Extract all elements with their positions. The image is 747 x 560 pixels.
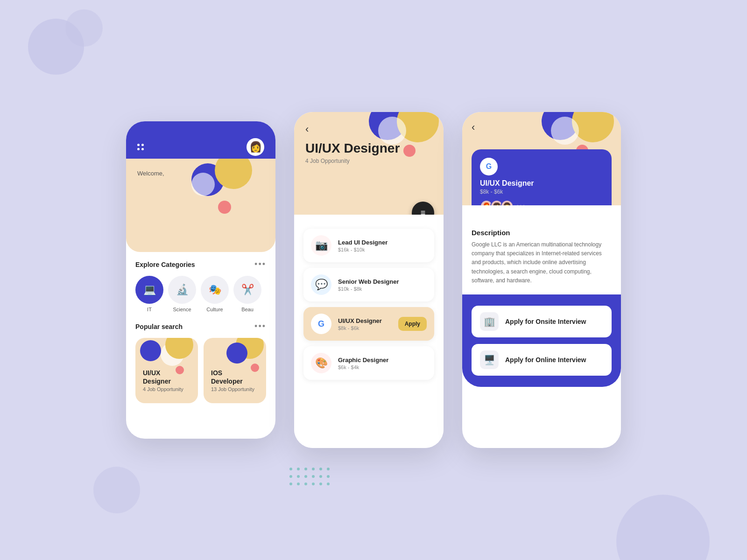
popular-card-ios[interactable]: IOSDeveloper 13 Job Opportunity (204, 338, 266, 403)
cat-icon-culture: 🎭 (201, 276, 229, 304)
category-science[interactable]: 🔬 Science (168, 276, 196, 312)
popular-grid: UI/UXDesigner 4 Job Opportunity IOSDevel… (135, 338, 266, 403)
job-icon-skype: 💬 (311, 274, 331, 295)
google-g: G (486, 162, 492, 171)
phone1: 👩 Welcome, Find your dream Job! Explore … (126, 121, 275, 439)
dots-decoration (289, 468, 330, 485)
cat-icon-beauty: ✂️ (233, 276, 261, 304)
cat-icon-it: 💻 (135, 276, 163, 304)
job-salary-1: $16k - $10k (338, 247, 427, 252)
job-title-2: Senior Web Designer (338, 278, 427, 285)
phone2-subtitle: 4 Job Opportunity (305, 158, 432, 164)
job-icon-google: G (311, 314, 331, 334)
job-salary-4: $6k - $4k (338, 364, 427, 370)
description-title: Description (472, 229, 612, 237)
phone3-job-card: G UI/UX Designer $8k - $6k 👩‍🦰 👩 👩‍🦱 ••• (472, 149, 612, 205)
job-salary-3: $8k - $6k (338, 325, 392, 331)
job-info-senior-web: Senior Web Designer $10k - $8k (338, 278, 427, 292)
phone3-job-title: UI/UX Designer (480, 179, 603, 188)
description-text: Google LLC is an American multinational … (472, 240, 612, 285)
applicants-more[interactable]: ••• (516, 202, 526, 205)
job-info-uiux: UI/UX Designer $8k - $6k (338, 317, 392, 331)
categories-more[interactable]: ••• (254, 259, 266, 269)
filter-button[interactable]: ≡ (412, 202, 434, 215)
onsite-interview-label: Apply for Onsite Interview (505, 318, 586, 325)
job-card-graphic[interactable]: 🎨 Graphic Designer $6k - $4k (303, 346, 434, 380)
job-info-lead-ui: Lead UI Designer $16k - $10k (338, 239, 427, 252)
phones-container: 👩 Welcome, Find your dream Job! Explore … (126, 112, 621, 448)
job-icon-instagram: 📷 (311, 235, 331, 256)
popular-card-subtitle-2: 13 Job Opportunity (211, 386, 259, 392)
job-info-graphic: Graphic Designer $6k - $4k (338, 357, 427, 370)
popular-more[interactable]: ••• (254, 322, 266, 331)
popular-card-subtitle-1: 4 Job Opportunity (143, 386, 190, 392)
applicant-avatar-3: 👩‍🦱 (500, 200, 514, 205)
phone3-job-salary: $8k - $6k (480, 189, 603, 195)
phone1-body: Explore Categories ••• 💻 IT 🔬 Science 🎭 … (126, 252, 275, 411)
cat-label-it: IT (147, 307, 152, 312)
online-interview-label: Apply for Online Interview (505, 356, 586, 364)
avatar-emoji: 👩 (249, 141, 262, 153)
onsite-interview-button[interactable]: 🏢 Apply for Onsite Interview (472, 306, 612, 337)
job-card-lead-ui[interactable]: 📷 Lead UI Designer $16k - $10k (303, 229, 434, 262)
job-salary-2: $10k - $8k (338, 286, 427, 292)
job-card-uiux[interactable]: G UI/UX Designer $8k - $6k Apply (303, 307, 434, 341)
popular-card-uiux[interactable]: UI/UXDesigner 4 Job Opportunity (135, 338, 198, 403)
job-title-4: Graphic Designer (338, 357, 427, 364)
online-interview-button[interactable]: 🖥️ Apply for Online Interview (472, 344, 612, 376)
popular-title: Popular search (135, 323, 183, 330)
popular-card-title-2: IOSDeveloper (211, 369, 259, 385)
phone1-header: 👩 (126, 121, 275, 159)
phone3-footer: 🏢 Apply for Onsite Interview 🖥️ Apply fo… (462, 294, 621, 387)
job-icon-graphic: 🎨 (311, 353, 331, 373)
categories-header: Explore Categories ••• (135, 259, 266, 269)
phone3: ‹ G UI/UX Designer $8k - $6k 👩‍🦰 👩 👩‍🦱 •… (462, 112, 621, 448)
phone2-job-list: 📷 Lead UI Designer $16k - $10k 💬 Senior … (294, 215, 444, 448)
avatar[interactable]: 👩 (247, 138, 264, 156)
phone1-hero: Welcome, Find your dream Job! (126, 159, 275, 252)
applicants-row: 👩‍🦰 👩 👩‍🦱 ••• (480, 200, 603, 205)
phone2-title: UI/UX Designer (305, 141, 432, 156)
category-culture[interactable]: 🎭 Culture (201, 276, 229, 312)
onsite-icon: 🏢 (480, 312, 499, 331)
phone3-hero: ‹ G UI/UX Designer $8k - $6k 👩‍🦰 👩 👩‍🦱 •… (462, 112, 621, 205)
category-it[interactable]: 💻 IT (135, 276, 163, 312)
welcome-text: Welcome, (137, 170, 264, 252)
online-icon: 🖥️ (480, 350, 499, 369)
cat-icon-science: 🔬 (168, 276, 196, 304)
popular-card-title-1: UI/UXDesigner (143, 369, 190, 385)
job-title-1: Lead UI Designer (338, 239, 427, 246)
phone2: ‹ UI/UX Designer 4 Job Opportunity ≡ 📷 L… (294, 112, 444, 448)
cat-label-beauty: Beau (241, 307, 254, 312)
categories-title: Explore Categories (135, 261, 195, 268)
google-logo: G (480, 158, 498, 175)
category-beauty[interactable]: ✂️ Beau (233, 276, 261, 312)
phone3-back-button[interactable]: ‹ (472, 121, 475, 133)
phone3-body: Description Google LLC is an American mu… (462, 205, 621, 285)
cat-label-science: Science (173, 307, 191, 312)
phone2-back-button[interactable]: ‹ (305, 123, 309, 135)
popular-header: Popular search ••• (135, 322, 266, 331)
cat-label-culture: Culture (206, 307, 223, 312)
menu-dots-icon[interactable] (137, 144, 144, 150)
job-title-3: UI/UX Designer (338, 317, 392, 324)
apply-button[interactable]: Apply (398, 317, 427, 331)
categories-row: 💻 IT 🔬 Science 🎭 Culture ✂️ Beau (135, 276, 266, 312)
job-card-senior-web[interactable]: 💬 Senior Web Designer $10k - $8k (303, 268, 434, 301)
phone2-hero: ‹ UI/UX Designer 4 Job Opportunity ≡ (294, 112, 444, 215)
